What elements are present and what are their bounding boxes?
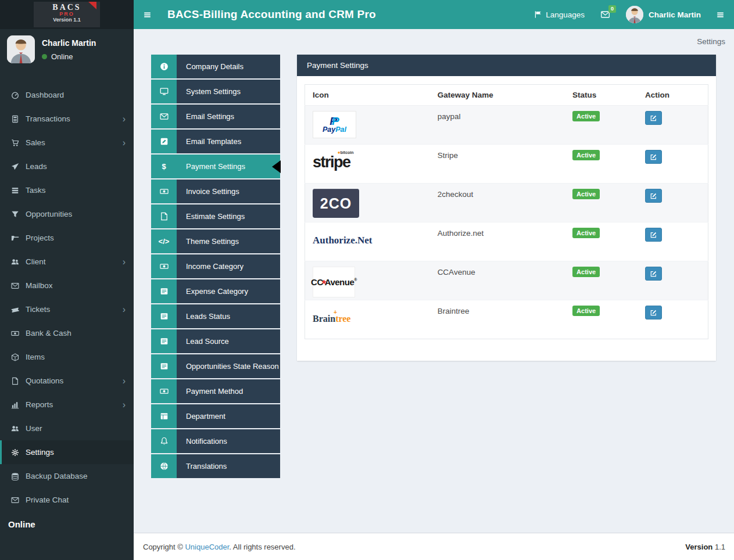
ccavenue-logo: CC*Avenue®: [313, 267, 355, 297]
edit-button[interactable]: [645, 189, 662, 203]
settings-menu-department[interactable]: Department: [151, 404, 280, 428]
sidebar-nav: DashboardTransactions›Sales›LeadsTasksOp…: [0, 68, 134, 512]
sidebar-item-settings[interactable]: Settings: [0, 440, 134, 464]
sidebar-item-leads[interactable]: Leads: [0, 155, 134, 178]
sidebar-item-label: Settings: [26, 448, 54, 457]
settings-menu-payment-method[interactable]: Payment Method: [151, 379, 280, 403]
stripe-logo: ●bitcoinstripe: [313, 150, 350, 170]
cogs-icon: [9, 448, 20, 457]
header-user-name: Charlic Martin: [649, 10, 701, 19]
user-menu[interactable]: Charlic Martin: [626, 6, 701, 23]
settings-menu-opportunities-state-reason[interactable]: Opportunities State Reason: [151, 354, 280, 378]
sidebar-item-sales[interactable]: Sales›: [0, 131, 134, 155]
settings-menu-email-settings[interactable]: Email Settings: [151, 105, 280, 128]
gateway-name: Authorize.net: [438, 228, 557, 238]
user-avatar-small: [626, 6, 643, 23]
settings-menu-company-details[interactable]: Company Details: [151, 55, 280, 78]
logo-pencil-icon: [88, 2, 96, 9]
settings-menu-payment-settings[interactable]: $Payment Settings: [151, 155, 280, 178]
sidebar-item-opportunities[interactable]: Opportunities: [0, 202, 134, 226]
sidebar: BACS PRO Version 1.1 Charlic Martin Onli…: [0, 0, 134, 560]
column-header-gateway-name: Gateway Name: [430, 85, 565, 106]
edit-button[interactable]: [645, 111, 662, 125]
sidebar-item-projects[interactable]: Projects: [0, 226, 134, 250]
settings-menu-lead-source[interactable]: Lead Source: [151, 329, 280, 353]
envelope-icon: [9, 496, 20, 504]
control-sidebar-toggle-button[interactable]: [716, 11, 725, 19]
desktop-icon: [151, 80, 177, 103]
logo-version: Version 1.1: [34, 17, 100, 23]
gateway-row-2checkout: 2CO2checkoutActive: [305, 184, 708, 222]
column-header-action: Action: [638, 85, 708, 106]
sidebar-item-user[interactable]: User: [0, 417, 134, 440]
settings-menu-email-templates[interactable]: Email Templates: [151, 130, 280, 153]
settings-menu-label: Translations: [177, 454, 227, 478]
gateway-name-cell: paypal: [430, 106, 565, 145]
sidebar-item-items[interactable]: Items: [0, 345, 134, 369]
cart-icon: [9, 139, 20, 147]
status-badge: Active: [572, 111, 600, 121]
sidebar-item-client[interactable]: Client›: [0, 250, 134, 274]
sidebar-item-dashboard[interactable]: Dashboard: [0, 83, 134, 107]
settings-menu-label: Email Templates: [177, 130, 241, 153]
sidebar-item-reports[interactable]: Reports›: [0, 393, 134, 417]
settings-menu-estimate-settings[interactable]: Estimate Settings: [151, 204, 280, 228]
dollar-icon: $: [151, 155, 177, 178]
edit-button[interactable]: [645, 306, 662, 320]
logo-strip[interactable]: BACS PRO Version 1.1: [0, 0, 134, 29]
settings-menu-label: Notifications: [177, 429, 227, 453]
content-area: Settings Company DetailsSystem SettingsE…: [134, 0, 734, 533]
flag-icon: [534, 10, 542, 19]
gateways-table: IconGateway NameStatusAction PPPayPalpay…: [305, 84, 708, 339]
settings-menu-invoice-settings[interactable]: Invoice Settings: [151, 180, 280, 203]
gateway-row-stripe: ●bitcoinstripeStripeActive: [305, 145, 708, 184]
languages-menu[interactable]: Languages: [534, 10, 585, 19]
settings-menu-system-settings[interactable]: System Settings: [151, 80, 280, 103]
sidebar-item-bank-cash[interactable]: Bank & Cash: [0, 321, 134, 345]
edit-button[interactable]: [645, 150, 662, 164]
settings-menu-theme-settings[interactable]: </>Theme Settings: [151, 229, 280, 253]
sidebar-item-label: Projects: [26, 234, 54, 242]
info-icon: [151, 55, 177, 78]
sidebar-item-transactions[interactable]: Transactions›: [0, 107, 134, 131]
settings-menu-translations[interactable]: Translations: [151, 454, 280, 478]
sidebar-item-label: Leads: [26, 162, 47, 171]
edit-button[interactable]: [645, 228, 662, 242]
users-icon: [9, 258, 20, 266]
sidebar-item-quotations[interactable]: Quotations›: [0, 369, 134, 393]
settings-menu-label: Department: [177, 404, 225, 428]
uniquecoder-link[interactable]: UniqueCoder: [185, 543, 229, 551]
sidebar-item-mailbox[interactable]: Mailbox: [0, 274, 134, 297]
logo-pro: PRO: [34, 11, 100, 17]
list-icon: [151, 304, 177, 328]
messages-button[interactable]: 0: [600, 10, 611, 19]
top-bar: BACS-Billing Accounting and CRM Pro Lang…: [134, 0, 734, 29]
status-cell: Active: [565, 300, 638, 339]
edit-button[interactable]: [645, 267, 662, 281]
file-icon: [9, 377, 20, 385]
settings-menu-label: Email Settings: [177, 105, 234, 128]
tasks-icon: [9, 186, 20, 195]
sidebar-item-backup-database[interactable]: Backup Database: [0, 464, 134, 488]
sidebar-item-private-chat[interactable]: Private Chat: [0, 488, 134, 512]
settings-menu-leads-status[interactable]: Leads Status: [151, 304, 280, 328]
calculator-icon: [9, 115, 20, 123]
sidebar-toggle-button[interactable]: [134, 11, 160, 19]
version-label: Version: [685, 543, 712, 551]
user-avatar[interactable]: [7, 35, 35, 63]
icon-cell: PPPayPal: [305, 106, 430, 145]
sidebar-item-tasks[interactable]: Tasks: [0, 178, 134, 202]
sidebar-item-label: Bank & Cash: [26, 329, 71, 338]
sidebar-item-label: Transactions: [26, 114, 70, 123]
gateway-name-cell: Stripe: [430, 145, 565, 184]
settings-menu-notifications[interactable]: Notifications: [151, 429, 280, 453]
sidebar-item-tickets[interactable]: Tickets›: [0, 297, 134, 321]
status-badge: Active: [572, 306, 600, 316]
list-icon: [151, 354, 177, 378]
gateway-name-cell: CCAvenue: [430, 261, 565, 300]
icon-cell: 2CO: [305, 184, 430, 222]
settings-menu-expense-category[interactable]: Expense Category: [151, 279, 280, 303]
ticket-icon: [9, 306, 20, 314]
settings-menu-income-category[interactable]: Income Category: [151, 254, 280, 278]
pencil-square-icon: [151, 130, 177, 153]
